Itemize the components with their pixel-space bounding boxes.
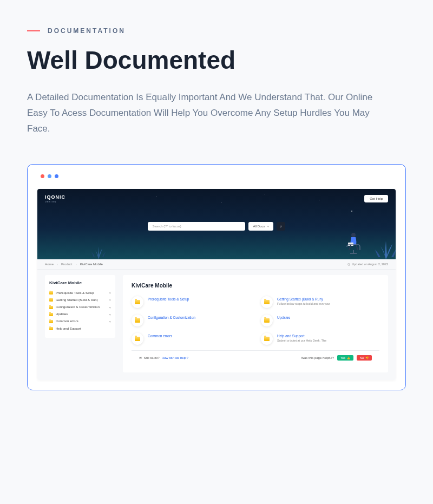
stuck-link[interactable]: How can we help? <box>162 356 188 359</box>
person-illustration <box>343 231 363 255</box>
card-icon <box>132 333 143 345</box>
sidebar-title: KiviCare Mobile <box>49 280 111 285</box>
folder-icon <box>264 337 270 341</box>
updated-timestamp: ◷ Updated on August 2, 2022 <box>347 263 388 266</box>
card-title: Common errors <box>148 334 172 338</box>
folder-icon <box>49 298 53 302</box>
sidebar-item-label: Help and Support <box>56 327 81 331</box>
plant-illustration <box>91 242 106 259</box>
doc-card-updates[interactable]: Updates <box>261 315 379 326</box>
chevron-down-icon: ▾ <box>109 313 111 316</box>
helpful-text: Was this page helpful? <box>301 356 334 359</box>
all-docs-dropdown[interactable]: All Docs ▾ <box>248 222 273 231</box>
doc-card-getting-started[interactable]: Getting Started (Build & Run)Follow belo… <box>261 296 379 308</box>
get-help-button[interactable]: Get Help <box>364 195 388 202</box>
card-title: Getting Started (Build & Run) <box>277 297 330 301</box>
sidebar-item-config[interactable]: Configuration & Customization ▾ <box>49 304 111 311</box>
card-title: Prerequisite Tools & Setup <box>148 297 189 301</box>
card-title: Help and Support <box>277 334 326 338</box>
traffic-dot-red <box>41 174 44 178</box>
search-button[interactable]: ⌕ <box>277 222 285 231</box>
section-eyebrow: DOCUMENTATION <box>27 27 406 35</box>
card-icon <box>132 296 143 308</box>
eyebrow-line <box>27 30 40 31</box>
sidebar-item-prerequisite[interactable]: Prerequisite Tools & Setup ▾ <box>49 290 111 297</box>
breadcrumb-sep: › <box>76 263 77 266</box>
doc-card-errors[interactable]: Common errors <box>132 333 250 345</box>
sidebar-item-label: Prerequisite Tools & Setup <box>56 291 94 295</box>
doc-card-prerequisite[interactable]: Prerequisite Tools & Setup <box>132 296 250 308</box>
breadcrumb-sep: › <box>57 263 58 266</box>
folder-icon <box>49 291 53 294</box>
breadcrumb-home[interactable]: Home <box>45 263 54 266</box>
card-icon <box>132 315 143 326</box>
search-icon: ⌕ <box>280 224 282 228</box>
svg-point-0 <box>351 233 356 237</box>
breadcrumb-current: KiviCare Mobile <box>80 263 103 266</box>
clock-icon: ◷ <box>347 263 350 266</box>
folder-icon <box>135 337 140 341</box>
search-input[interactable]: Search ("/" to focus) <box>148 222 245 231</box>
folder-icon <box>49 313 53 316</box>
content-title: KiviCare Mobile <box>132 283 379 289</box>
sidebar-item-label: Getting Started (Build & Run) <box>56 298 98 302</box>
folder-icon <box>264 318 270 323</box>
no-button[interactable]: No👎 <box>357 355 372 361</box>
chevron-down-icon: ▾ <box>109 291 111 294</box>
sidebar-item-errors[interactable]: Common errors ▾ <box>49 318 111 325</box>
eyebrow-text: DOCUMENTATION <box>48 27 126 35</box>
card-icon <box>261 315 273 326</box>
doc-card-support[interactable]: Help and SupportSubmit a ticket at our H… <box>261 333 379 345</box>
traffic-dot-blue <box>48 174 51 178</box>
folder-icon <box>135 318 140 323</box>
hero-banner: IQONIC DESIGN Get Help Search ("/" to fo… <box>37 189 396 259</box>
sidebar-item-label: Configuration & Customization <box>56 305 100 309</box>
all-docs-label: All Docs <box>253 225 265 228</box>
yes-button[interactable]: Yes👍 <box>337 355 353 361</box>
logo-text: IQONIC <box>45 194 65 200</box>
breadcrumb-product[interactable]: Product <box>61 263 73 266</box>
sidebar-item-label: Common errors <box>56 319 78 323</box>
sidebar: KiviCare Mobile Prerequisite Tools & Set… <box>45 275 115 338</box>
search-placeholder: Search ("/" to focus) <box>152 225 181 228</box>
logo-subtext: DESIGN <box>45 200 65 203</box>
chevron-down-icon: ▾ <box>109 320 111 323</box>
browser-frame: IQONIC DESIGN Get Help Search ("/" to fo… <box>27 164 406 390</box>
sidebar-item-support[interactable]: Help and Support <box>49 325 111 332</box>
sidebar-item-getting-started[interactable]: Getting Started (Build & Run) ▾ <box>49 297 111 304</box>
chevron-down-icon: ▾ <box>267 225 269 228</box>
sidebar-item-updates[interactable]: Updates ▾ <box>49 311 111 318</box>
chevron-down-icon: ▾ <box>109 306 111 309</box>
thumbs-down-icon: 👎 <box>365 356 369 359</box>
folder-icon <box>264 300 270 304</box>
card-icon <box>261 296 273 308</box>
card-title: Updates <box>277 316 290 319</box>
chevron-down-icon: ▾ <box>109 298 111 302</box>
card-icon <box>261 333 273 345</box>
sidebar-item-label: Updates <box>56 312 68 316</box>
page-title: Well Documented <box>27 45 406 75</box>
doc-card-config[interactable]: Configuration & Customization <box>132 315 250 326</box>
page-description: A Detailed Documentation Is Equally Impo… <box>27 90 373 137</box>
stuck-text: Still stuck? <box>144 356 160 359</box>
envelope-icon: ✉ <box>139 356 142 359</box>
card-desc: Follow below steps to build and run your <box>277 302 330 306</box>
folder-icon <box>49 306 53 309</box>
folder-icon <box>49 320 53 323</box>
thumbs-up-icon: 👍 <box>347 356 350 359</box>
main-content: KiviCare Mobile Prerequisite Tools & Set… <box>123 275 388 372</box>
folder-icon <box>49 327 53 330</box>
traffic-lights <box>37 174 396 178</box>
traffic-dot-blue2 <box>55 174 58 178</box>
updated-text: Updated on August 2, 2022 <box>352 263 388 266</box>
content-footer: ✉ Still stuck? How can we help? Was this… <box>132 350 379 365</box>
plant-illustration-right <box>375 237 396 259</box>
card-title: Configuration & Customization <box>148 316 195 319</box>
card-desc: Submit a ticket at our Help Desk. The <box>277 339 326 343</box>
documentation-site-preview: IQONIC DESIGN Get Help Search ("/" to fo… <box>37 189 396 380</box>
breadcrumb-bar: Home › Product › KiviCare Mobile ◷ Updat… <box>37 259 396 270</box>
logo[interactable]: IQONIC DESIGN <box>45 194 65 203</box>
folder-icon <box>135 300 140 304</box>
